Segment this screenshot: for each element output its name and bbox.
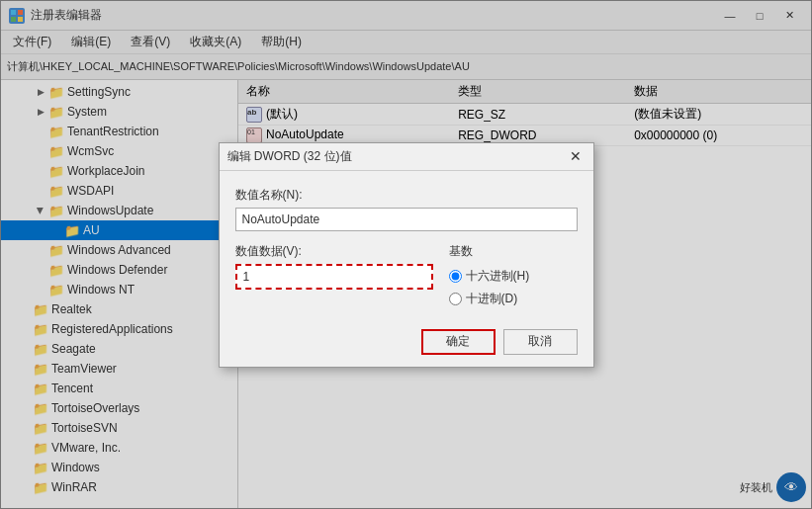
value-input[interactable] — [235, 264, 433, 290]
edit-dword-dialog: 编辑 DWORD (32 位)值 ✕ 数值名称(N): 数值数据(V): 基数 … — [219, 142, 594, 368]
dialog-overlay: 编辑 DWORD (32 位)值 ✕ 数值名称(N): 数值数据(V): 基数 … — [0, 0, 812, 509]
cancel-button[interactable]: 取消 — [503, 329, 578, 355]
dialog-buttons: 确定 取消 — [235, 329, 578, 355]
dialog-body: 数值名称(N): 数值数据(V): 基数 十六进制(H) 十进制(D) — [220, 171, 593, 367]
dec-radio-row: 十进制(D) — [449, 291, 578, 307]
radix-label: 基数 — [449, 243, 578, 260]
value-radix-row: 数值数据(V): 基数 十六进制(H) 十进制(D) — [235, 243, 578, 313]
name-label: 数值名称(N): — [235, 187, 578, 204]
hex-radio-row: 十六进制(H) — [449, 268, 578, 285]
dialog-close-button[interactable]: ✕ — [566, 147, 586, 165]
dec-radio[interactable] — [449, 293, 462, 305]
hex-label: 十六进制(H) — [466, 268, 530, 285]
hex-radio[interactable] — [449, 270, 462, 283]
dialog-title-bar: 编辑 DWORD (32 位)值 ✕ — [220, 143, 593, 171]
dec-label: 十进制(D) — [466, 291, 518, 307]
name-input[interactable] — [235, 208, 578, 231]
dialog-title: 编辑 DWORD (32 位)值 — [227, 148, 352, 165]
value-section: 数值数据(V): — [235, 243, 433, 290]
radix-section: 基数 十六进制(H) 十进制(D) — [449, 243, 578, 313]
value-label: 数值数据(V): — [235, 243, 433, 260]
ok-button[interactable]: 确定 — [421, 329, 496, 355]
